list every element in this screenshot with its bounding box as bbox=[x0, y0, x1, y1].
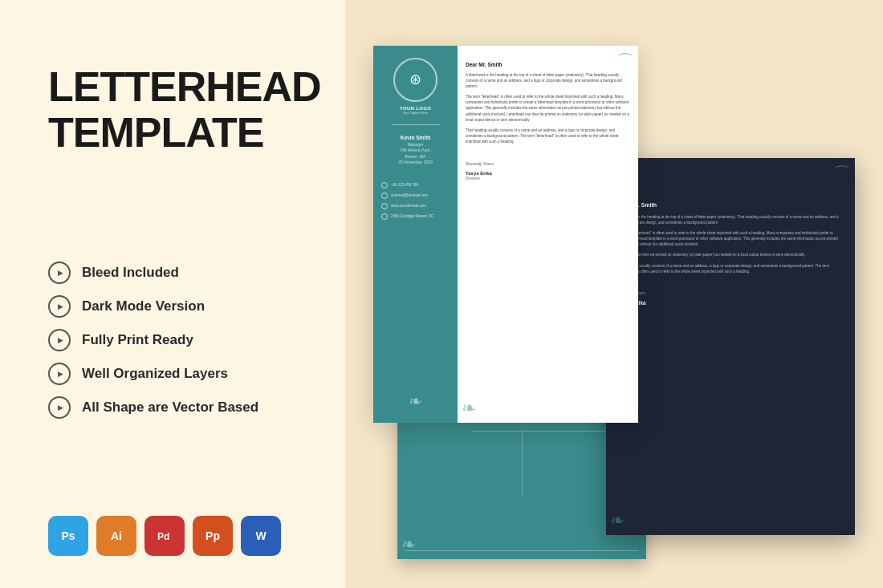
feature-layers: Well Organized Layers bbox=[48, 363, 305, 385]
doc-body1: A letterhead is the heading at the top o… bbox=[466, 72, 630, 90]
ai-icon: Ai bbox=[96, 516, 136, 556]
feature-bleed: Bleed Included bbox=[48, 262, 305, 284]
doc-content: ⌒ Dear Mr. Smith A letterhead is the hea… bbox=[458, 46, 638, 423]
sender-title: Manager bbox=[398, 142, 433, 148]
title-line2: TEMPLATE bbox=[48, 109, 263, 156]
email-text: yourmail@domain.com bbox=[391, 193, 428, 197]
logo-area: ⊛ bbox=[393, 58, 437, 102]
darkmode-icon bbox=[48, 295, 71, 318]
layers-icon bbox=[48, 363, 71, 385]
feature-vector: All Shape are Vector Based bbox=[48, 396, 305, 419]
sidebar-bottom-decoration: ❧ bbox=[409, 391, 422, 411]
dark-body4: That heading usually consists of a name … bbox=[617, 263, 844, 274]
svg-text:Pd: Pd bbox=[157, 531, 169, 542]
vector-icon bbox=[48, 396, 71, 419]
word-icon: W bbox=[241, 516, 281, 556]
bottom-corner-decoration: ❧ bbox=[462, 398, 476, 419]
dark-body3: Letterhead can then be printed on statio… bbox=[617, 252, 844, 258]
feature-darkmode: Dark Mode Version bbox=[48, 295, 305, 318]
ps-icon: Ps bbox=[48, 516, 88, 556]
sender-city: Boston, MA bbox=[398, 154, 433, 160]
contact-addr: 2466 Coolidge Streeet, SC bbox=[381, 213, 450, 220]
right-panel: ⊛ YOUR LOGO Your Tagline Here Kevin Smit… bbox=[345, 0, 883, 588]
feature-printready-label: Fully Print Ready bbox=[82, 332, 193, 348]
top-corner-decoration: ⌒ bbox=[616, 50, 634, 74]
logo-tagline: Your Tagline Here bbox=[403, 111, 429, 115]
logo-icon: ⊛ bbox=[409, 71, 421, 88]
sidebar-contacts: +00 123 456 789 yourmail@domain.com www.… bbox=[381, 182, 450, 224]
sender-name: Kevin Smith bbox=[398, 135, 433, 140]
title-section: LETTERHEAD TEMPLATE bbox=[48, 64, 305, 156]
dark-bottom-decoration: ❧ bbox=[610, 510, 625, 531]
page-title: LETTERHEAD TEMPLATE bbox=[48, 64, 305, 156]
teal-deco-line bbox=[405, 550, 638, 551]
contact-phone: +00 123 456 789 bbox=[381, 182, 450, 189]
doc-greeting: Dear Mr. Smith bbox=[466, 62, 630, 67]
phone-dot bbox=[381, 182, 388, 189]
contact-email: yourmail@domain.com bbox=[381, 193, 450, 199]
feature-layers-label: Well Organized Layers bbox=[82, 366, 228, 382]
teal-vertical-line bbox=[522, 431, 523, 495]
ppt-icon: Pp bbox=[193, 516, 233, 556]
bleed-icon bbox=[48, 262, 71, 284]
dark-body2: The term "letterhead" is often used to r… bbox=[617, 230, 844, 248]
contact-web: www.yourdomain.com bbox=[381, 203, 450, 209]
pdf-icon: Pd bbox=[144, 516, 185, 556]
teal-corner-decoration: ❧ bbox=[401, 534, 416, 555]
doc-signoff: Sincerely Yours, bbox=[466, 161, 630, 166]
doc-body2: The term "letterhead" is often used to r… bbox=[466, 94, 630, 123]
addr-text: 2466 Coolidge Streeet, SC bbox=[391, 214, 434, 218]
doc-white: ⊛ YOUR LOGO Your Tagline Here Kevin Smit… bbox=[373, 46, 638, 423]
title-line1: LETTERHEAD bbox=[48, 63, 321, 110]
sidebar-divider bbox=[392, 124, 440, 125]
left-panel: LETTERHEAD TEMPLATE Bleed Included Dark … bbox=[0, 0, 345, 588]
doc-sig-title: Finance bbox=[466, 176, 630, 180]
feature-vector-label: All Shape are Vector Based bbox=[82, 399, 258, 416]
doc-body3: That heading usually consists of a name … bbox=[466, 128, 630, 145]
dark-sig-name: Tasya Erika bbox=[617, 300, 844, 306]
web-dot bbox=[381, 203, 388, 209]
email-dot bbox=[381, 193, 388, 199]
dark-top-decoration: ⌒ bbox=[833, 162, 851, 186]
printready-icon bbox=[48, 329, 71, 351]
software-icons: Ps Ai Pd Pp W bbox=[48, 516, 305, 556]
sender-address: 794 Athena Park, bbox=[398, 148, 433, 154]
doc-sidebar: ⊛ YOUR LOGO Your Tagline Here Kevin Smit… bbox=[373, 46, 458, 423]
features-list: Bleed Included Dark Mode Version Fully P… bbox=[48, 262, 305, 419]
dark-signoff: Sincerely Yours, bbox=[617, 290, 844, 295]
dark-sig-title: Finance bbox=[617, 306, 844, 310]
sender-date: 25 November 2020 bbox=[398, 160, 433, 166]
feature-printready: Fully Print Ready bbox=[48, 329, 305, 351]
feature-darkmode-label: Dark Mode Version bbox=[82, 298, 205, 314]
dark-greeting: Dear Mr. Smith bbox=[617, 202, 844, 208]
documents-container: ⊛ YOUR LOGO Your Tagline Here Kevin Smit… bbox=[373, 30, 855, 559]
web-text: www.yourdomain.com bbox=[391, 204, 426, 208]
feature-bleed-label: Bleed Included bbox=[82, 265, 179, 281]
sidebar-info: Kevin Smith Manager 794 Athena Park, Bos… bbox=[398, 135, 433, 166]
phone-text: +00 123 456 789 bbox=[391, 183, 418, 187]
doc-dark: ⌒ Dear Mr. Smith A letterhead is the hea… bbox=[606, 158, 855, 535]
dark-body1: A letterhead is the heading at the top o… bbox=[617, 214, 844, 225]
addr-dot bbox=[381, 213, 388, 220]
